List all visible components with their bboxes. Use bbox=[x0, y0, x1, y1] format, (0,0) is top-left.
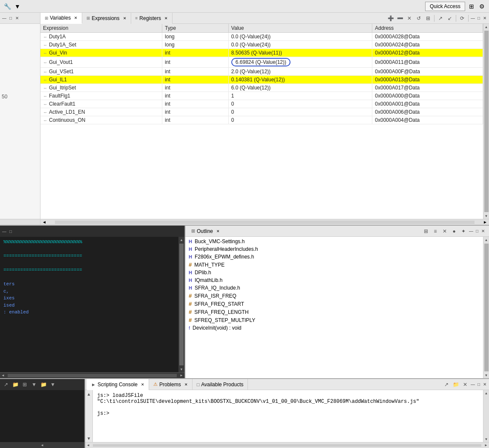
list-item[interactable]: HPeripheralHeaderIncludes.h bbox=[185, 245, 483, 253]
scripting-ctrl-1[interactable]: ↗ bbox=[442, 380, 451, 389]
code-minimize-icon[interactable]: — bbox=[2, 229, 7, 234]
outline-scroll-down[interactable]: ▼ bbox=[483, 372, 489, 378]
left-panel-scrollbar-h[interactable] bbox=[0, 219, 40, 225]
tab-registers-close[interactable]: ✕ bbox=[164, 16, 168, 20]
scroll-thumb[interactable] bbox=[484, 31, 489, 212]
bl-scroll-left-arrow[interactable]: ◄ bbox=[0, 442, 84, 448]
table-row[interactable]: ↔Active_LD1_ENint00x0000A006@Data bbox=[40, 108, 483, 116]
list-item[interactable]: #SFRA_FREQ_START bbox=[185, 300, 483, 308]
outline-scroll-thumb[interactable] bbox=[484, 244, 489, 371]
scroll-down-arrow[interactable]: ▼ bbox=[483, 213, 489, 219]
code-scroll-right[interactable]: ► bbox=[178, 373, 184, 377]
scripting-scrollbar-v[interactable]: ▲ ▼ bbox=[483, 390, 489, 442]
bl-icon-1[interactable]: ↗ bbox=[2, 380, 10, 389]
scripting-scroll-down-small[interactable]: ▼ bbox=[87, 434, 91, 442]
bl-icon-6[interactable]: ▼ bbox=[49, 380, 57, 389]
table-scrollbar-bottom[interactable]: ◄ ► bbox=[40, 219, 489, 225]
bl-icon-3[interactable]: ⊞ bbox=[20, 380, 29, 389]
scripting-scroll-up[interactable]: ▲ bbox=[483, 390, 489, 396]
minimize-icon[interactable]: — bbox=[2, 16, 7, 21]
problems-tab-close[interactable]: ✕ bbox=[184, 382, 188, 387]
outline-list[interactable]: HBuck_VMC-Settings.hHPeripheralHeaderInc… bbox=[185, 237, 483, 378]
toolbar-import-icon[interactable]: ↙ bbox=[446, 14, 454, 23]
quick-access-button[interactable]: Quick Access bbox=[425, 2, 465, 11]
table-row[interactable]: ↔Continuous_ONint00x0000A004@Data bbox=[40, 116, 483, 124]
scripting-scrollbar-h[interactable]: ◄ ► bbox=[85, 442, 489, 448]
panel-close-icon[interactable]: ✕ bbox=[482, 16, 487, 21]
panel-maximize-icon[interactable]: □ bbox=[476, 16, 481, 21]
debug-icon[interactable]: 🔧 bbox=[3, 3, 11, 10]
list-item[interactable]: HF2806x_EPWM_defines.h bbox=[185, 253, 483, 261]
code-scrollbar-h[interactable]: ◄ ► bbox=[0, 372, 184, 378]
tab-available-products[interactable]: □ Available Products bbox=[193, 379, 248, 390]
outline-icon-4[interactable]: ● bbox=[450, 227, 458, 235]
outline-scrollbar-v[interactable]: ▲ ▼ bbox=[483, 237, 489, 378]
bl-icon-2[interactable]: 📁 bbox=[11, 380, 20, 389]
table-row[interactable]: ↔Gui_Vinint8.50635 (Q-Value(11))0x0000A0… bbox=[40, 49, 483, 57]
table-row[interactable]: ↔FaultFlg1int10x0000A000@Data bbox=[40, 92, 483, 100]
tab-variables-close[interactable]: ✕ bbox=[74, 16, 78, 20]
table-scrollbar-right[interactable]: ▲ ▼ bbox=[483, 24, 489, 219]
bl-icon-5[interactable]: 📁 bbox=[39, 380, 48, 389]
scroll-up-arrow[interactable]: ▲ bbox=[483, 24, 489, 30]
outline-scroll-up[interactable]: ▲ bbox=[483, 237, 489, 243]
toolbar-refresh-icon[interactable]: ↺ bbox=[414, 14, 423, 23]
outline-minimize-icon[interactable]: — bbox=[469, 229, 474, 234]
outline-icon-3[interactable]: ✕ bbox=[440, 227, 449, 235]
code-scrollbar-v[interactable]: ▲ ▼ bbox=[178, 237, 184, 372]
scripting-tab-close[interactable]: ✕ bbox=[141, 382, 144, 387]
scroll-right-arrow[interactable]: ► bbox=[481, 220, 489, 224]
list-item[interactable]: fDeviceInit(void) : void bbox=[185, 324, 483, 332]
maximize-icon[interactable]: □ bbox=[8, 16, 13, 21]
outline-close-icon[interactable]: ✕ bbox=[480, 229, 486, 234]
variables-table[interactable]: Expression Type Value Address ↔Duty1Alon… bbox=[40, 24, 483, 219]
list-item[interactable]: #SFREQ_STEP_MULTIPLY bbox=[185, 316, 483, 324]
tab-variables[interactable]: ⊞ Variables ✕ bbox=[40, 13, 82, 24]
list-item[interactable]: HSFRA_IQ_Include.h bbox=[185, 284, 483, 292]
outline-icon-1[interactable]: ⊞ bbox=[422, 227, 430, 235]
toolbar-remove-icon[interactable]: ➖ bbox=[396, 14, 404, 23]
tab-expressions[interactable]: ⊞ Expressions ✕ bbox=[82, 13, 131, 24]
panel-minimize-icon[interactable]: — bbox=[470, 16, 475, 21]
scripting-scroll-up-small[interactable]: ▲ bbox=[87, 390, 91, 398]
scripting-ctrl-3[interactable]: ✕ bbox=[461, 380, 469, 389]
table-row[interactable]: ↔Duty1Along0.0 (Q-Value(24))0x0000A028@D… bbox=[40, 33, 483, 41]
list-item[interactable]: HBuck_VMC-Settings.h bbox=[185, 238, 483, 245]
code-scroll-left[interactable]: ◄ bbox=[0, 373, 6, 377]
list-item[interactable]: HDPlib.h bbox=[185, 269, 483, 276]
outline-icon-5[interactable]: ✦ bbox=[459, 227, 468, 235]
tab-registers[interactable]: ≡ Registers ✕ bbox=[131, 13, 173, 24]
layout-icon[interactable]: ⊞ bbox=[468, 3, 475, 10]
list-item[interactable]: #MATH_TYPE bbox=[185, 261, 483, 269]
table-row[interactable]: ↔Gui_IL1int0.140381 (Q-Value(12))0x0000A… bbox=[40, 76, 483, 84]
scripting-maximize-icon[interactable]: □ bbox=[476, 382, 481, 387]
scripting-scroll-h-right[interactable]: ► bbox=[483, 443, 489, 447]
outline-tab-close[interactable]: ✕ bbox=[216, 229, 220, 233]
tab-problems[interactable]: ⚠ Problems ✕ bbox=[149, 379, 193, 390]
toolbar-continuous-icon[interactable]: ⟳ bbox=[458, 14, 466, 23]
code-maximize-icon[interactable]: □ bbox=[8, 229, 13, 234]
table-row[interactable]: ↔Gui_Vout1int6.69824 (Q-Value(12))0x0000… bbox=[40, 57, 483, 68]
table-row[interactable]: ↔Gui_ItripSetint6.0 (Q-Value(12))0x0000A… bbox=[40, 84, 483, 92]
scripting-scroll-h-left[interactable]: ◄ bbox=[85, 443, 91, 447]
tab-expressions-close[interactable]: ✕ bbox=[123, 16, 127, 20]
bl-icon-4[interactable]: ▼ bbox=[30, 380, 38, 389]
scripting-scroll-down[interactable]: ▼ bbox=[483, 436, 489, 442]
outline-maximize-icon[interactable]: □ bbox=[475, 229, 480, 234]
list-item[interactable]: HIQmathLib.h bbox=[185, 276, 483, 284]
table-row[interactable]: ↔Gui_VSet1int2.0 (Q-Value(12))0x0000A00F… bbox=[40, 68, 483, 76]
table-row[interactable]: ↔ClearFault1int00x0000A001@Data bbox=[40, 100, 483, 108]
list-item[interactable]: #SFRA_FREQ_LENGTH bbox=[185, 308, 483, 316]
tab-outline[interactable]: ⊞ Outline ✕ bbox=[187, 226, 224, 237]
scroll-left-arrow[interactable]: ◄ bbox=[40, 220, 48, 224]
outline-icon-2[interactable]: ≡ bbox=[431, 227, 440, 235]
toolbar-expand-icon[interactable]: ⊞ bbox=[424, 14, 432, 23]
code-scroll-thumb[interactable] bbox=[179, 244, 184, 365]
dropdown-icon[interactable]: ▼ bbox=[14, 3, 21, 10]
scripting-close-icon[interactable]: ✕ bbox=[482, 382, 487, 387]
toolbar-remove-all-icon[interactable]: ✕ bbox=[405, 14, 414, 23]
toolbar-add-watch-icon[interactable]: ➕ bbox=[386, 14, 395, 23]
code-scroll-down[interactable]: ▼ bbox=[178, 366, 184, 372]
scripting-minimize-icon[interactable]: — bbox=[470, 382, 475, 387]
list-item[interactable]: #SFRA_ISR_FREQ bbox=[185, 292, 483, 300]
